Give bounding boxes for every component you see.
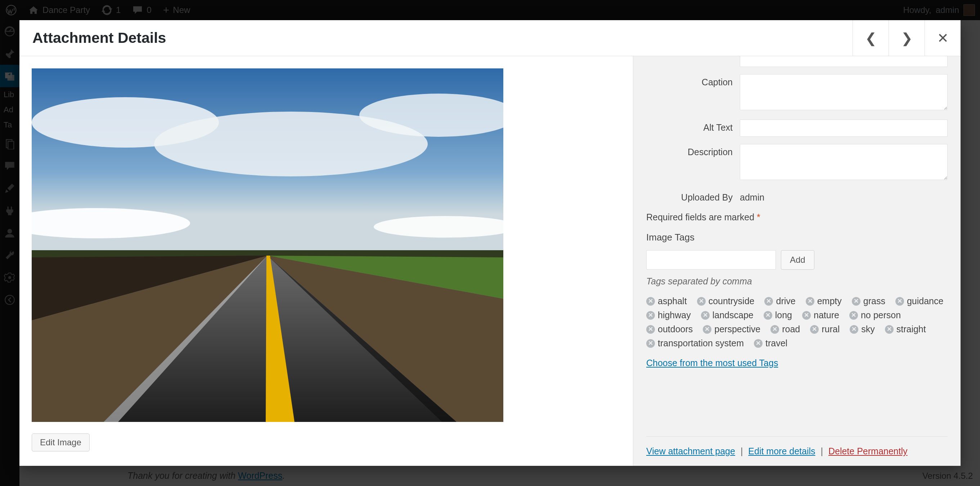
tag-label: highway <box>658 310 691 321</box>
remove-tag-button[interactable]: ✕ <box>849 311 858 320</box>
tag-label: drive <box>776 296 795 307</box>
tag-label: empty <box>817 296 842 307</box>
uploaded-by-label: Uploaded By <box>646 189 740 203</box>
remove-tag-button[interactable]: ✕ <box>885 325 894 334</box>
edit-more-details-link[interactable]: Edit more details <box>748 446 815 456</box>
tag-label: guidance <box>907 296 943 307</box>
remove-tag-button[interactable]: ✕ <box>754 339 762 348</box>
tag-label: perspective <box>714 324 760 334</box>
tag-label: no person <box>861 310 901 321</box>
modal-header: Attachment Details ❮ ❯ ✕ <box>19 20 961 56</box>
tag-chip: ✕sky <box>850 324 875 334</box>
tag-label: transportation system <box>658 338 744 348</box>
close-modal-button[interactable]: ✕ <box>924 20 961 56</box>
tag-chip: ✕countryside <box>697 296 755 307</box>
remove-tag-button[interactable]: ✕ <box>802 311 811 320</box>
most-used-tags-link[interactable]: Choose from the most used Tags <box>646 358 778 368</box>
tag-label: landscape <box>713 310 754 321</box>
tag-chip: ✕road <box>770 324 800 334</box>
tag-chip: ✕outdoors <box>646 324 693 334</box>
tag-label: grass <box>863 296 885 307</box>
tag-chip: ✕highway <box>646 310 691 321</box>
prev-attachment-button[interactable]: ❮ <box>853 20 889 56</box>
chevron-left-icon: ❮ <box>865 30 877 46</box>
caption-field[interactable] <box>740 74 948 110</box>
remove-tag-button[interactable]: ✕ <box>896 297 904 306</box>
tag-label: straight <box>896 324 926 334</box>
description-label: Description <box>646 144 740 157</box>
tag-label: countryside <box>708 296 755 307</box>
edit-image-button[interactable]: Edit Image <box>32 434 90 451</box>
caption-label: Caption <box>646 74 740 87</box>
alt-text-field[interactable] <box>740 119 948 137</box>
attachment-details-modal: Attachment Details ❮ ❯ ✕ <box>19 20 961 466</box>
remove-tag-button[interactable]: ✕ <box>810 325 819 334</box>
remove-tag-button[interactable]: ✕ <box>701 311 710 320</box>
tag-label: outdoors <box>658 324 693 334</box>
tags-list: ✕asphalt✕countryside✕drive✕empty✕grass✕g… <box>646 296 948 348</box>
tag-label: travel <box>765 338 788 348</box>
remove-tag-button[interactable]: ✕ <box>806 297 815 306</box>
tag-chip: ✕rural <box>810 324 840 334</box>
attachment-image <box>32 68 503 422</box>
remove-tag-button[interactable]: ✕ <box>646 297 655 306</box>
remove-tag-button[interactable]: ✕ <box>764 297 773 306</box>
tag-label: nature <box>814 310 839 321</box>
tag-chip: ✕drive <box>764 296 795 307</box>
next-attachment-button[interactable]: ❯ <box>889 20 924 56</box>
chevron-right-icon: ❯ <box>901 30 913 46</box>
tags-help-text: Tags separated by comma <box>646 276 948 287</box>
alt-text-label: Alt Text <box>646 119 740 133</box>
uploaded-by-value: admin <box>740 189 764 203</box>
remove-tag-button[interactable]: ✕ <box>764 311 772 320</box>
tag-label: long <box>775 310 792 321</box>
attachment-preview-pane: Edit Image <box>19 56 633 466</box>
tag-chip: ✕grass <box>852 296 885 307</box>
remove-tag-button[interactable]: ✕ <box>646 325 655 334</box>
add-tag-button[interactable]: Add <box>781 250 815 270</box>
view-attachment-link[interactable]: View attachment page <box>646 446 735 456</box>
tag-chip: ✕perspective <box>703 324 760 334</box>
attachment-actions: View attachment page | Edit more details… <box>646 436 948 456</box>
tag-chip: ✕transportation system <box>646 338 744 348</box>
tag-chip: ✕straight <box>885 324 926 334</box>
remove-tag-button[interactable]: ✕ <box>703 325 711 334</box>
tag-chip: ✕travel <box>754 338 788 348</box>
remove-tag-button[interactable]: ✕ <box>850 325 858 334</box>
tag-chip: ✕long <box>764 310 792 321</box>
remove-tag-button[interactable]: ✕ <box>646 339 655 348</box>
tag-chip: ✕guidance <box>896 296 943 307</box>
tag-input[interactable] <box>646 250 776 270</box>
pipe-separator: | <box>738 446 746 456</box>
remove-tag-button[interactable]: ✕ <box>697 297 706 306</box>
modal-title: Attachment Details <box>32 30 166 46</box>
pipe-separator: | <box>818 446 826 456</box>
tag-chip: ✕nature <box>802 310 839 321</box>
required-asterisk: * <box>757 212 760 222</box>
url-field[interactable] <box>740 56 948 67</box>
tag-label: rural <box>822 324 840 334</box>
tag-chip: ✕asphalt <box>646 296 687 307</box>
delete-permanently-link[interactable]: Delete Permanently <box>829 446 908 456</box>
required-note-text: Required fields are marked <box>646 212 757 222</box>
remove-tag-button[interactable]: ✕ <box>770 325 779 334</box>
tag-chip: ✕no person <box>849 310 901 321</box>
description-field[interactable] <box>740 144 948 180</box>
tag-chip: ✕empty <box>806 296 842 307</box>
image-tags-heading: Image Tags <box>646 232 948 243</box>
attachment-details-pane: Caption Alt Text Description Uploaded By… <box>633 56 961 466</box>
tag-label: asphalt <box>658 296 687 307</box>
tag-label: road <box>782 324 800 334</box>
required-fields-note: Required fields are marked * <box>646 212 948 222</box>
close-icon: ✕ <box>937 30 949 46</box>
tag-chip: ✕landscape <box>701 310 754 321</box>
remove-tag-button[interactable]: ✕ <box>646 311 655 320</box>
tag-label: sky <box>861 324 875 334</box>
remove-tag-button[interactable]: ✕ <box>852 297 861 306</box>
